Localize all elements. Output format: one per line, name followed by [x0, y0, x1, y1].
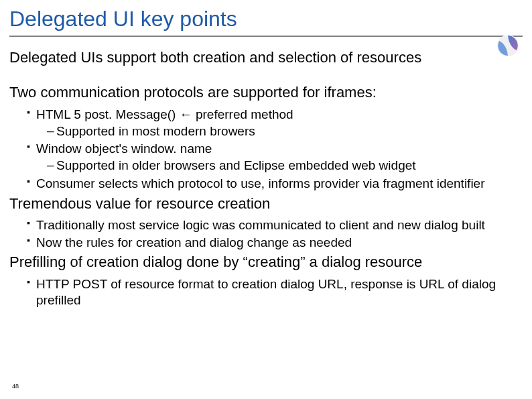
bullet-text: HTML 5 post. Message() ← preferred metho… [36, 107, 293, 121]
bullet-list: Traditionally most service logic was com… [9, 217, 523, 251]
slide: Delegated UI key points Delegated UIs su… [0, 0, 532, 399]
slide-title: Delegated UI key points [0, 7, 532, 34]
bullet-list: HTTP POST of resource format to creation… [9, 276, 523, 309]
bullet-item: HTTP POST of resource format to creation… [27, 276, 523, 309]
section-heading: Two communication protocols are supporte… [9, 84, 523, 101]
sub-bullet-list: Supported in most modern browers [36, 123, 523, 140]
sub-bullet-list: Supported in older browsers and Eclipse … [36, 157, 523, 174]
slide-content: Delegated UIs support both creation and … [0, 37, 532, 308]
section-heading: Prefilling of creation dialog done by “c… [9, 253, 523, 271]
section-heading: Tremendous value for resource creation [9, 195, 523, 213]
bullet-text: Window object's window. name [36, 141, 212, 156]
bullet-item: Now the rules for creation and dialog ch… [27, 234, 523, 251]
sub-bullet-item: Supported in older browsers and Eclipse … [47, 157, 523, 174]
bullet-list: HTML 5 post. Message() ← preferred metho… [9, 106, 523, 192]
logo-icon [496, 34, 520, 58]
bullet-item: Traditionally most service logic was com… [27, 217, 523, 234]
bullet-item: HTML 5 post. Message() ← preferred metho… [27, 106, 523, 141]
page-number: 48 [12, 383, 19, 390]
section-heading: Delegated UIs support both creation and … [9, 49, 523, 66]
sub-bullet-item: Supported in most modern browers [47, 123, 523, 140]
bullet-item: Window object's window. name Supported i… [27, 140, 523, 175]
bullet-item: Consumer selects which protocol to use, … [27, 175, 523, 192]
